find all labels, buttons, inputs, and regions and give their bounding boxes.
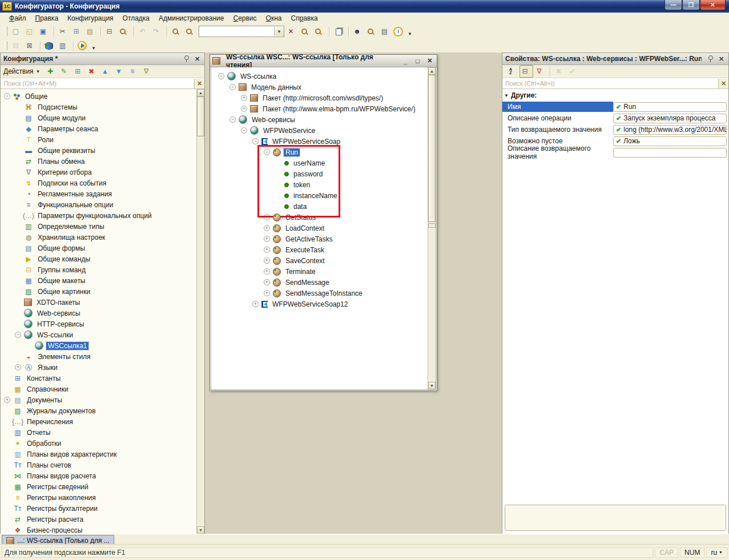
print-preview-icon[interactable] — [118, 26, 131, 37]
copy-icon[interactable]: ⊞ — [71, 26, 84, 37]
property-value-field[interactable]: ✔Ложь — [613, 136, 727, 146]
scroll-down-icon[interactable]: ▼ — [197, 526, 204, 534]
open-config-icon[interactable]: ▥ — [58, 40, 70, 51]
close-button[interactable]: ✕ — [700, 0, 726, 10]
tree-item[interactable]: +ExecuteTask — [211, 244, 428, 255]
collapse-icon[interactable]: − — [4, 93, 10, 99]
print-icon[interactable]: ⊟ — [104, 26, 117, 37]
property-value-field[interactable]: ✔long (http://www.w3.org/2001/XML — [613, 125, 727, 135]
property-label[interactable]: Описание операции — [502, 113, 613, 123]
menu-item-2[interactable]: Правка — [31, 13, 63, 23]
clear-search-icon[interactable]: ✕ — [194, 79, 204, 88]
tree-item[interactable]: +HTTP-сервисы — [1, 319, 196, 329]
scroll-thumb[interactable] — [197, 96, 204, 136]
edit-icon[interactable]: ✎ — [59, 66, 72, 77]
sort-alphabetical-icon[interactable]: A Z — [506, 66, 518, 77]
toolbar-grip[interactable] — [5, 41, 7, 50]
tree-item[interactable]: +{…}Перечисления — [1, 416, 196, 427]
property-label[interactable]: Тип возвращаемого значения — [502, 124, 613, 135]
expand-icon[interactable]: + — [264, 225, 270, 231]
tree-item[interactable]: +userName — [211, 158, 428, 168]
tree-item[interactable]: +◒Элементы стиля — [1, 351, 196, 362]
tree-item[interactable]: +▤Общие формы — [1, 243, 196, 253]
find-next-icon[interactable] — [300, 26, 312, 37]
expand-icon[interactable]: + — [252, 301, 259, 307]
expand-icon[interactable]: + — [264, 290, 270, 296]
tree-item[interactable]: +data — [211, 201, 428, 212]
collapse-icon[interactable]: − — [229, 84, 236, 90]
sort-icon[interactable]: ≡ — [128, 66, 140, 77]
delete-icon[interactable]: ✖ — [87, 66, 99, 77]
property-label[interactable]: Имя — [502, 102, 613, 112]
menu-item-8[interactable]: Справка — [286, 13, 322, 23]
redo-icon[interactable]: ↷ — [151, 26, 164, 37]
expand-icon[interactable]: + — [264, 236, 270, 242]
toolbar-grip[interactable] — [5, 27, 7, 36]
tree-item[interactable]: +∇Критерии отбора — [1, 167, 196, 178]
tree-item[interactable]: +▦Регистры сведений — [1, 481, 196, 492]
scroll-down-icon[interactable]: ▼ — [428, 382, 436, 389]
scroll-up-icon[interactable]: ▲ — [197, 89, 204, 96]
tree-item[interactable]: −WFPWebServiceSoap — [211, 136, 428, 147]
tree-item[interactable]: +▦Справочники — [1, 384, 196, 394]
tree-item[interactable]: +LoadContext — [211, 223, 428, 233]
text-templates-icon[interactable]: ▤ — [380, 26, 392, 37]
tree-item[interactable]: +≡Регистры накопления — [1, 492, 196, 503]
tree-item[interactable]: +(…)Параметры функциональных опций — [1, 210, 196, 221]
expand-icon[interactable]: + — [264, 268, 270, 275]
expand-icon[interactable]: + — [264, 279, 270, 285]
tree-item[interactable]: +ТтПланы счетов — [1, 460, 196, 470]
filter-icon[interactable]: ∇ — [142, 66, 154, 77]
expand-icon[interactable]: + — [15, 364, 21, 370]
search-folder-icon[interactable] — [171, 26, 183, 37]
clear-search-icon[interactable]: ✕ — [718, 79, 728, 88]
menu-item-3[interactable]: Конфигурация — [63, 13, 118, 23]
maximize-button[interactable]: ❐ — [682, 0, 700, 10]
tree-item[interactable]: +ТтРегистры бухгалтерии — [1, 503, 196, 514]
add-icon[interactable]: ✚ — [46, 66, 58, 77]
property-value-field[interactable]: ✔Запуск экземпляра процесса — [613, 114, 727, 123]
close-panel-icon[interactable]: ✕ — [717, 55, 726, 63]
tree-item[interactable]: +▥Отчеты — [1, 427, 196, 438]
tree-item[interactable]: +Пакет (http://microsoft.com/wsdl/types/… — [211, 92, 428, 103]
tree-item[interactable]: +◆Параметры сеанса — [1, 123, 196, 134]
close-windows-icon[interactable]: ⊠ — [25, 40, 37, 51]
tree-item[interactable]: +GetStatus — [211, 212, 428, 223]
minimize-button[interactable]: — — [664, 0, 682, 10]
scroll-up-icon[interactable]: ▲ — [428, 67, 436, 75]
tree-item[interactable]: +⌘Подсистемы — [1, 102, 196, 112]
document-window-titlebar[interactable]: WS-ссылка WSC...: WS-ссылка [Только для … — [210, 55, 437, 67]
tree-item[interactable]: +▥Планы видов характеристик — [1, 449, 196, 460]
tree-item[interactable]: +▶Общие команды — [1, 253, 196, 264]
tree-item[interactable]: +⊟Группы команд — [1, 264, 196, 275]
undo-icon[interactable]: ↶ — [138, 26, 150, 37]
menu-item-6[interactable]: Сервис — [228, 13, 261, 23]
cut-icon[interactable]: ✂ — [58, 26, 70, 37]
tree-item[interactable]: +⊤Роли — [1, 134, 196, 145]
tree-item[interactable]: +▤Общие модули — [1, 112, 196, 123]
tree-item[interactable]: +≡Функциональные опции — [1, 199, 196, 210]
tree-item[interactable]: +▦Общие макеты — [1, 275, 196, 286]
tree-item[interactable]: +instanceName — [211, 190, 428, 201]
menu-item-4[interactable]: Отладка — [118, 13, 154, 23]
tree-item[interactable]: +▨Общие картинки — [1, 286, 196, 297]
search-icon[interactable] — [184, 26, 197, 37]
tree-item[interactable]: +▬Общие реквизиты — [1, 145, 196, 156]
toolbar2-options-icon[interactable]: ▼ — [91, 46, 96, 51]
tree-item[interactable]: +⊞Константы — [1, 373, 196, 384]
collapse-icon[interactable]: − — [264, 149, 270, 155]
language-selector[interactable]: ru ▼ — [706, 547, 727, 558]
actions-button[interactable]: Действия ▼ — [3, 67, 41, 75]
hierarchy-icon[interactable]: ⊟ — [11, 40, 23, 51]
close-window-icon[interactable]: ✕ — [425, 57, 434, 65]
menu-item-1[interactable]: Файл — [5, 13, 31, 23]
tree-item[interactable]: +XDTO-пакеты — [1, 297, 196, 308]
pin-icon[interactable] — [182, 55, 191, 63]
move-up-icon[interactable]: ▲ — [100, 66, 113, 77]
save-icon[interactable]: ▣ — [38, 26, 51, 37]
tree-item[interactable]: +SendMessageToInstance — [211, 288, 428, 299]
tree-item[interactable]: −Модель данных — [211, 82, 428, 92]
paste-icon[interactable]: ▤ — [85, 26, 98, 37]
new-document-icon[interactable]: ▢ — [11, 26, 23, 37]
categories-icon[interactable]: ∇ — [534, 66, 547, 77]
